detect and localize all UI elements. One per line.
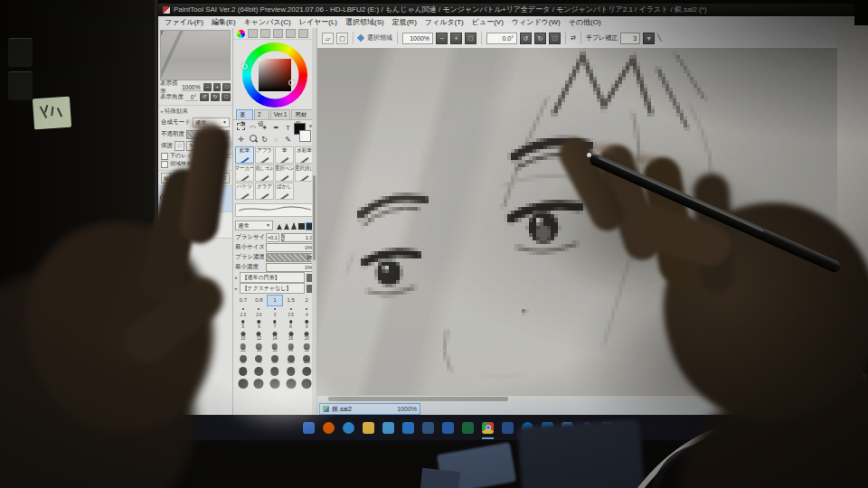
param-slider[interactable]: 1.0: [281, 233, 315, 242]
nav-rotate-ccw-button[interactable]: ↺: [200, 93, 209, 101]
size-preset-2.6[interactable]: 2.6: [251, 306, 268, 318]
zoom-tool-icon[interactable]: [247, 134, 259, 145]
brush-バケツ[interactable]: バケツ: [235, 183, 254, 200]
brush-筆[interactable]: 筆: [275, 146, 294, 164]
rotate-ccw-button[interactable]: ↺: [520, 33, 532, 44]
param-slider[interactable]: 0%: [266, 263, 315, 272]
brush-グラデ[interactable]: グラデ: [255, 183, 274, 200]
size-preset-12[interactable]: 12: [251, 330, 268, 342]
menu-5[interactable]: 選択領域(S): [345, 16, 384, 28]
taskbar-icon-media-player[interactable]: [442, 422, 454, 434]
brush-shape-medium-icon[interactable]: [284, 223, 289, 230]
brush-shape-soft-icon[interactable]: [277, 224, 282, 230]
color-wheel-icon[interactable]: [237, 30, 245, 38]
brush-ぼかし[interactable]: ぼかし: [275, 183, 294, 200]
angle-reset-button[interactable]: □: [549, 33, 561, 44]
special-effects-section[interactable]: 特殊効果: [158, 105, 232, 117]
taskbar-icon-word[interactable]: [502, 422, 514, 434]
move-tool-icon[interactable]: ✛: [235, 134, 247, 145]
menu-7[interactable]: フィルタ(T): [425, 16, 464, 28]
size-preset-30[interactable]: 30: [251, 342, 268, 353]
brush-選択消し[interactable]: 選択消し: [295, 164, 314, 182]
size-preset-10[interactable]: 10: [235, 330, 251, 342]
angle-field[interactable]: 0.0°: [486, 33, 517, 44]
eyedropper-tool-icon[interactable]: ✎: [282, 134, 294, 145]
brush-blend-select[interactable]: 通常 ▼: [235, 221, 273, 230]
size-preset-16[interactable]: 16: [283, 330, 299, 342]
brush-shape-preset-select[interactable]: 【通常の円形】: [240, 272, 305, 283]
nav-zoom-reset-button[interactable]: □: [222, 83, 231, 91]
brush-エアブラシ[interactable]: エアブラシ: [255, 146, 274, 164]
size-preset-35[interactable]: 35: [267, 342, 283, 353]
size-preset-25[interactable]: 25: [235, 342, 251, 353]
size-preset-0.7[interactable]: 0.7: [235, 295, 251, 306]
brush-選択ペン[interactable]: 選択ペン: [275, 164, 294, 182]
taskbar-icon-excel[interactable]: [462, 422, 474, 434]
size-preset-40[interactable]: 40: [283, 342, 299, 353]
taskbar-icon-chrome[interactable]: [482, 422, 494, 434]
menu-6[interactable]: 定規(R): [392, 16, 417, 28]
size-preset-8[interactable]: 8: [283, 318, 299, 330]
size-preset-5[interactable]: 5: [235, 318, 251, 330]
brush-水彩筆[interactable]: 水彩筆: [295, 146, 314, 164]
menu-1[interactable]: ファイル(F): [165, 16, 203, 28]
size-preset-1[interactable]: 1: [267, 295, 283, 306]
menu-9[interactable]: ウィンドウ(W): [512, 16, 561, 28]
select-rect-tool-icon[interactable]: [235, 122, 247, 134]
line-tool-icon[interactable]: ╲: [657, 34, 661, 42]
param-slider[interactable]: 0%: [266, 243, 315, 252]
stabilizer-select[interactable]: 3: [620, 33, 640, 44]
taskbar-icon-mail[interactable]: [402, 422, 414, 434]
color-mixer-icon[interactable]: [273, 29, 283, 38]
zoom-reset-button[interactable]: □: [465, 33, 476, 44]
rotate-tool-icon[interactable]: ↻: [259, 134, 270, 145]
size-preset-3.5[interactable]: 3.5: [283, 306, 299, 318]
scratchpad-icon[interactable]: [298, 29, 308, 38]
brush-shape-flat-icon[interactable]: [298, 223, 305, 230]
hsv-slider-icon[interactable]: [260, 29, 270, 38]
brush-マーカー[interactable]: マーカー: [235, 164, 254, 182]
color-wheel[interactable]: [233, 40, 316, 108]
nav-zoom-in-button[interactable]: +: [213, 83, 222, 91]
zoom-field[interactable]: 1000%: [402, 33, 433, 44]
size-preset-2.3[interactable]: 2.3: [235, 306, 251, 318]
size-preset-1.5[interactable]: 1.5: [283, 295, 299, 306]
tablet-express-key[interactable]: [8, 38, 33, 67]
menu-3[interactable]: キャンバス(C): [244, 16, 291, 28]
hand-tool-icon[interactable]: ◌: [270, 134, 282, 145]
color-tab-画材風[interactable]: 画材風: [291, 109, 314, 119]
size-preset-0.8[interactable]: 0.8: [251, 295, 268, 306]
stabilizer-menu-button[interactable]: ▼: [643, 33, 655, 44]
size-preset-3[interactable]: 3: [267, 306, 283, 318]
lasso-tool-icon[interactable]: ◠: [247, 122, 259, 134]
selection-options-button[interactable]: ▢: [336, 33, 348, 44]
nav-rotate-cw-button[interactable]: ↻: [211, 93, 220, 101]
flip-horizontal-icon[interactable]: ⇄: [571, 34, 576, 42]
brush-消しゴム[interactable]: 消しゴム: [255, 164, 274, 182]
zoom-in-button[interactable]: +: [450, 33, 462, 44]
size-preset-14[interactable]: 14: [267, 330, 283, 342]
taskbar-icon-file-explorer[interactable]: [363, 422, 374, 434]
color-tab-基本[interactable]: 基本: [236, 109, 253, 119]
nav-zoom-out-button[interactable]: −: [203, 83, 212, 91]
navigator-thumbnail[interactable]: [160, 30, 231, 80]
rgb-slider-icon[interactable]: [248, 29, 258, 38]
size-preset-7[interactable]: 7: [267, 318, 283, 330]
zoom-out-button[interactable]: −: [436, 33, 448, 44]
pen-tool-icon[interactable]: ✒: [270, 122, 282, 134]
rotate-cw-button[interactable]: ↻: [534, 33, 546, 44]
magic-wand-tool-icon[interactable]: ✶: [259, 122, 270, 134]
brush-鉛筆[interactable]: 鉛筆: [235, 146, 254, 164]
saturation-value-box[interactable]: [259, 59, 291, 91]
taskbar-icon-store[interactable]: [382, 422, 394, 434]
brush-texture-preset-select[interactable]: 【テクスチャなし】: [240, 283, 305, 294]
protect-none-icon[interactable]: □: [175, 141, 184, 151]
unit-select[interactable]: ×0.1: [266, 233, 279, 242]
color-tab-2値[interactable]: 2値: [254, 109, 269, 119]
tablet-express-key[interactable]: [8, 71, 33, 100]
taskbar-icon-camera[interactable]: [422, 422, 434, 434]
nav-angle-reset-button[interactable]: □: [222, 93, 231, 101]
size-preset-6[interactable]: 6: [251, 318, 268, 330]
menu-8[interactable]: ビュー(V): [472, 16, 504, 28]
brush-shape-hard-icon[interactable]: [291, 222, 297, 230]
